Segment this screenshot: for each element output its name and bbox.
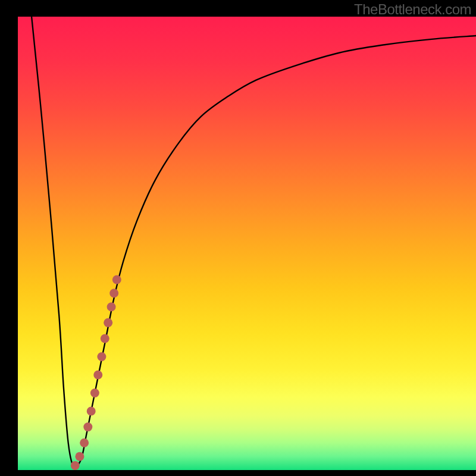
sample-dot bbox=[75, 452, 84, 461]
sample-dot bbox=[109, 289, 118, 298]
frame bbox=[0, 470, 476, 476]
sample-dot bbox=[87, 406, 96, 415]
sample-dot bbox=[93, 370, 102, 379]
frame bbox=[0, 0, 18, 476]
sample-dot bbox=[90, 389, 99, 397]
sample-dot bbox=[83, 422, 92, 431]
chart-stage: TheBottleneck.com bbox=[0, 0, 476, 476]
sample-dot bbox=[112, 275, 121, 284]
bottleneck-chart bbox=[0, 0, 476, 476]
sample-dot bbox=[80, 439, 89, 447]
sample-dot bbox=[104, 318, 112, 327]
sample-dot bbox=[107, 302, 116, 311]
attribution-label: TheBottleneck.com bbox=[354, 1, 471, 18]
sample-dot bbox=[71, 461, 80, 470]
sample-dot bbox=[97, 352, 106, 361]
sample-dot bbox=[101, 334, 109, 343]
